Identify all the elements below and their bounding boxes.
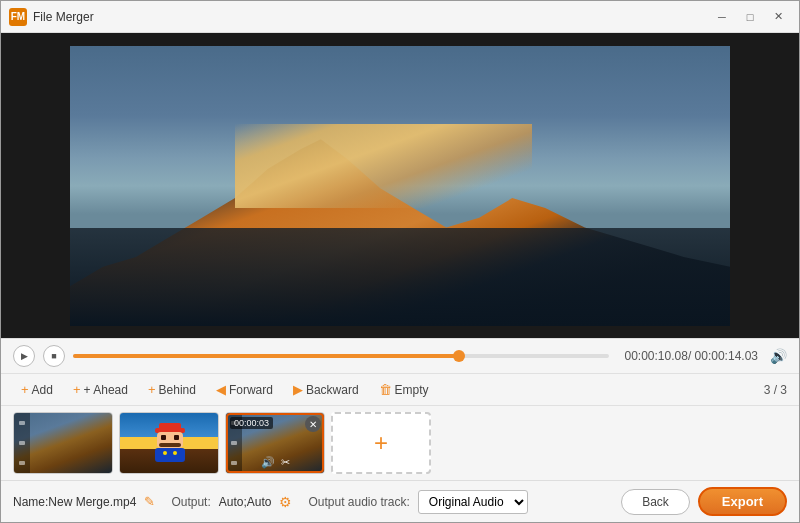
svg-point-7 <box>163 451 167 455</box>
window-controls: ─ □ ✕ <box>709 7 791 27</box>
progress-bar[interactable] <box>73 354 609 358</box>
clip-item-2[interactable] <box>119 412 219 474</box>
clip-controls: 🔊 ✂ <box>226 456 324 469</box>
add-icon: + <box>21 382 29 397</box>
clip-cut-icon[interactable]: ✂ <box>281 456 290 469</box>
edit-toolbar: + Add + + Ahead + Behind ◀ Forward ▶ Bac… <box>1 373 799 405</box>
svg-point-8 <box>173 451 177 455</box>
play-button[interactable]: ▶ <box>13 345 35 367</box>
svg-rect-6 <box>155 448 185 462</box>
forward-label: Forward <box>229 383 273 397</box>
playback-controls: ▶ ■ 00:00:10.08/ 00:00:14.03 🔊 <box>1 338 799 373</box>
stop-button[interactable]: ■ <box>43 345 65 367</box>
svg-rect-3 <box>161 435 166 440</box>
maximize-button[interactable]: □ <box>737 7 763 27</box>
volume-icon[interactable]: 🔊 <box>770 348 787 364</box>
add-button[interactable]: + Add <box>13 378 61 401</box>
behind-icon: + <box>148 382 156 397</box>
time-display: 00:00:10.08/ 00:00:14.03 <box>625 349 759 363</box>
behind-label: Behind <box>159 383 196 397</box>
plus-icon: + <box>374 429 388 457</box>
video-frame <box>70 46 730 326</box>
progress-thumb <box>453 350 465 362</box>
output-settings-icon[interactable]: ⚙ <box>279 494 292 510</box>
svg-rect-4 <box>174 435 179 440</box>
title-bar: FM File Merger ─ □ ✕ <box>1 1 799 33</box>
clip-timeline: 00:00:03 🔊 ✂ ✕ + <box>1 405 799 480</box>
minimize-button[interactable]: ─ <box>709 7 735 27</box>
play-icon: ▶ <box>21 351 28 361</box>
back-button[interactable]: Back <box>621 489 690 515</box>
backward-button[interactable]: ▶ Backward <box>285 378 367 401</box>
empty-button[interactable]: 🗑 Empty <box>371 378 437 401</box>
forward-button[interactable]: ◀ Forward <box>208 378 281 401</box>
mountain-highlight <box>235 124 532 208</box>
add-clip-button[interactable]: + <box>331 412 431 474</box>
output-value: Auto;Auto <box>219 495 272 509</box>
time-sep: / <box>688 349 691 363</box>
film-strip-1 <box>14 413 30 473</box>
export-button[interactable]: Export <box>698 487 787 516</box>
clip-3-close-button[interactable]: ✕ <box>305 416 321 432</box>
behind-button[interactable]: + Behind <box>140 378 204 401</box>
video-preview-area <box>1 33 799 338</box>
backward-label: Backward <box>306 383 359 397</box>
time-total: 00:00:14.03 <box>695 349 758 363</box>
clip-audio-icon[interactable]: 🔊 <box>261 456 275 469</box>
mario-svg <box>139 418 199 468</box>
ahead-icon: + <box>73 382 81 397</box>
ahead-label: + Ahead <box>84 383 128 397</box>
clip-duration-badge: 00:00:03 <box>230 417 273 429</box>
empty-label: Empty <box>395 383 429 397</box>
clip-2-thumbnail <box>120 413 218 473</box>
clip-item-1[interactable] <box>13 412 113 474</box>
close-button[interactable]: ✕ <box>765 7 791 27</box>
video-thumbnail <box>70 46 730 326</box>
app-title: File Merger <box>33 10 709 24</box>
main-window: FM File Merger ─ □ ✕ ▶ ■ 00:00:10. <box>0 0 800 523</box>
trash-icon: 🗑 <box>379 382 392 397</box>
clip-1-thumbnail <box>14 413 112 473</box>
output-label: Output: <box>171 495 210 509</box>
app-icon: FM <box>9 8 27 26</box>
ahead-button[interactable]: + + Ahead <box>65 378 136 401</box>
clip-item-3[interactable]: 00:00:03 🔊 ✂ ✕ <box>225 412 325 474</box>
audio-track-label: Output audio track: <box>308 495 409 509</box>
bottom-bar: Name:New Merge.mp4 ✎ Output: Auto;Auto ⚙… <box>1 480 799 522</box>
stop-icon: ■ <box>51 351 56 361</box>
add-label: Add <box>32 383 53 397</box>
page-indicator: 3 / 3 <box>764 383 787 397</box>
backward-icon: ▶ <box>293 382 303 397</box>
file-name-label: Name:New Merge.mp4 <box>13 495 136 509</box>
edit-name-icon[interactable]: ✎ <box>144 494 155 509</box>
forward-icon: ◀ <box>216 382 226 397</box>
audio-track-select[interactable]: Original Audio No Audio Mute <box>418 490 528 514</box>
svg-rect-5 <box>159 443 181 447</box>
progress-fill <box>73 354 459 358</box>
time-current: 00:00:10.08 <box>625 349 688 363</box>
